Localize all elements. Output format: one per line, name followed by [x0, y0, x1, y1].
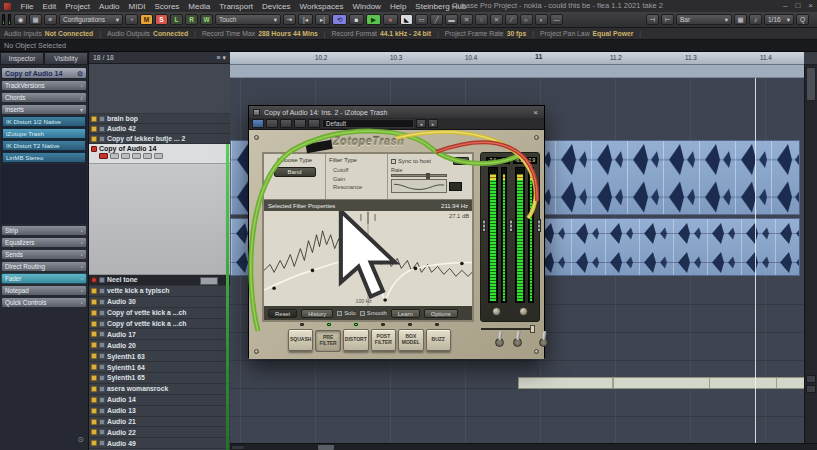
timeline-ruler[interactable]: 10.210.310.41111.211.311.4 [230, 52, 804, 65]
track-list-collapse-icon[interactable]: ▾ [223, 54, 226, 61]
track-mute-icon[interactable] [91, 277, 97, 283]
track-solo-icon[interactable] [99, 364, 105, 370]
setup-toolbar-button[interactable]: ▦ [29, 14, 42, 25]
track-solo-icon[interactable] [99, 116, 105, 122]
tool-erase-button[interactable]: ✕ [460, 14, 473, 25]
nudge-left-button[interactable]: ⊣ [646, 14, 659, 25]
track-row[interactable]: Audio 21 [89, 417, 230, 428]
track-mute-icon[interactable] [91, 342, 97, 348]
output-fader-handle[interactable] [537, 219, 541, 232]
track-row[interactable]: Audio 13 [89, 406, 230, 417]
insert-slot[interactable]: IK Distort 1/2 Native [2, 116, 86, 127]
tool-split-button[interactable]: ╱ [430, 14, 443, 25]
learn-button[interactable]: Learn [391, 309, 420, 318]
menu-item[interactable]: Media [184, 2, 215, 11]
plugin-bypass-button[interactable] [266, 119, 278, 128]
track-row[interactable]: Copy of vette kick a ...ch [89, 308, 230, 319]
snap-button[interactable]: ▦ [734, 14, 747, 25]
track-solo-icon[interactable] [99, 310, 105, 316]
quantize-dropdown[interactable]: 1/16▾ [764, 14, 794, 25]
vertical-scrollbar-handle[interactable] [806, 67, 816, 101]
tool-play-button[interactable]: ▹ [520, 14, 533, 25]
tool-zoom-button[interactable]: ○ [475, 14, 488, 25]
preset-next-button[interactable]: ▸ [428, 119, 438, 128]
solo-button[interactable]: S [155, 14, 168, 25]
insert-slot[interactable]: IK Distort T2 Native [2, 140, 86, 151]
selected-track-expanded-area[interactable] [89, 164, 230, 275]
mute-button[interactable]: M [140, 14, 153, 25]
minimize-button[interactable]: – [783, 0, 787, 12]
plugin-titlebar[interactable]: Copy of Audio 14: Ins. 2 - iZotope Trash… [249, 106, 544, 118]
inspector-section-header[interactable]: Equalizers▫ [1, 237, 87, 248]
filter-type-option[interactable]: Resonance [329, 183, 384, 192]
transport-stop-button[interactable]: ■ [349, 14, 364, 25]
rate-slider[interactable] [391, 174, 447, 177]
inspector-section-header[interactable]: Strip▫ [1, 225, 87, 236]
menu-item[interactable]: Workspaces [295, 2, 348, 11]
automation-write-button[interactable]: W [200, 14, 213, 25]
tool-select-button[interactable]: ◣ [400, 14, 413, 25]
vertical-scrollbar[interactable] [804, 65, 817, 443]
track-row[interactable]: Audio 14 [89, 395, 230, 406]
track-mute-icon[interactable] [91, 353, 97, 359]
empty-insert-slots[interactable] [1, 164, 87, 224]
track-row[interactable]: Audio 42 [89, 124, 230, 134]
track-mute-icon[interactable] [91, 408, 97, 414]
module-button[interactable]: BUZZ [426, 329, 451, 351]
module-button[interactable]: POST FILTER [371, 329, 396, 351]
track-row[interactable]: Audio 20 [89, 340, 230, 351]
track-mute-icon[interactable] [91, 321, 97, 327]
plugin-preset-icon[interactable] [308, 119, 320, 128]
plugin-activate-button[interactable] [252, 119, 264, 128]
module-button[interactable]: SQUASH [288, 329, 313, 351]
horizontal-scrollbar[interactable] [230, 443, 817, 450]
filter-spectrum-graph[interactable]: 27.1 dB 100 Hz [264, 211, 472, 306]
menu-item[interactable]: Scores [150, 2, 184, 11]
inspector-section-header[interactable]: Quick Controls▫ [1, 297, 87, 308]
plugin-read-button[interactable] [280, 119, 292, 128]
track-mute-icon[interactable] [91, 288, 97, 294]
section-inserts[interactable]: Inserts▾ [1, 104, 87, 115]
status-item[interactable]: Project Frame Rate 30 fps [445, 30, 540, 37]
track-mute-icon[interactable] [91, 440, 97, 446]
toggle-switch[interactable] [513, 338, 522, 347]
module-button[interactable]: BOX MODEL [398, 329, 423, 351]
selected-track-controls[interactable] [99, 153, 228, 159]
menu-item[interactable]: Help [385, 2, 410, 11]
inspector-track-title[interactable]: Copy of Audio 14⊙ [1, 67, 87, 79]
track-solo-icon[interactable] [99, 375, 105, 381]
tool-range-button[interactable]: ▭ [415, 14, 428, 25]
track-row[interactable]: Audio 17 [89, 329, 230, 340]
track-solo-icon[interactable] [99, 126, 105, 132]
track-mute-icon[interactable] [91, 429, 97, 435]
track-mute-icon[interactable] [91, 375, 97, 381]
section-chords[interactable]: Chords♪ [1, 92, 87, 103]
autoscroll-button[interactable]: ⇥ [283, 14, 296, 25]
tool-line-button[interactable]: — [550, 14, 563, 25]
automation-mode-dropdown[interactable]: Touch▾ [215, 14, 281, 25]
track-row[interactable]: Sylenth1 63 [89, 351, 230, 362]
track-solo-icon[interactable] [99, 408, 105, 414]
track-mute-icon[interactable] [91, 364, 97, 370]
track-solo-icon[interactable] [99, 397, 105, 403]
track-mute-icon[interactable] [91, 397, 97, 403]
menu-item[interactable]: Transport [215, 2, 258, 11]
record-arm-icon[interactable] [91, 146, 97, 152]
menu-item[interactable]: Window [348, 2, 385, 11]
track-row[interactable]: vette kick a typisch [89, 286, 230, 297]
filter-type-option[interactable]: Cutoff [329, 166, 384, 175]
track-row[interactable]: asera womansrock [89, 384, 230, 395]
menu-item[interactable]: Edit [38, 2, 61, 11]
tab-visibility[interactable]: Visibility [44, 52, 88, 65]
preset-dropdown[interactable]: Default [322, 119, 414, 128]
solo-checkbox[interactable]: Solo [337, 310, 356, 316]
inspector-settings-gear-icon[interactable]: ⊙ [77, 435, 84, 444]
toggle-switch[interactable] [539, 338, 548, 347]
smooth-checkbox[interactable]: Smooth [360, 310, 387, 316]
track-mute-icon[interactable] [91, 136, 97, 142]
transport-play-button[interactable]: ▶ [366, 14, 381, 25]
input-gain-knob[interactable] [492, 307, 501, 316]
transport-previous-button[interactable]: |◂ [298, 14, 313, 25]
track-mute-icon[interactable] [91, 419, 97, 425]
nudge-right-button[interactable]: ⊢ [661, 14, 674, 25]
